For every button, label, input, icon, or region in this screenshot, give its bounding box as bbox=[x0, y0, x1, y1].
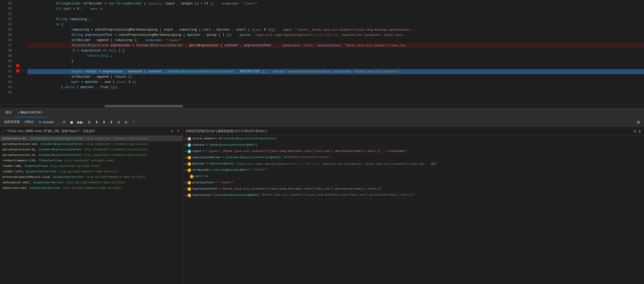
code-line-39: return null ; bbox=[27, 53, 644, 59]
expand-frames-icon[interactable]: ▼ bbox=[176, 129, 180, 133]
frame-item-1[interactable]: parseExpression:120, StandardExpressionP… bbox=[0, 141, 183, 147]
ln-35: 35 bbox=[3, 32, 12, 38]
code-line-34: remaining = checkPreprocessingMarkUnesca… bbox=[27, 27, 644, 32]
expr-previoustext[interactable]: ≡ previousText = "~{user/" bbox=[183, 180, 644, 186]
code-line-41 bbox=[27, 64, 644, 69]
ln-33: 33 bbox=[3, 22, 12, 27]
horizontal-scrollbar[interactable] bbox=[0, 105, 644, 108]
expand-expressiontext-icon[interactable] bbox=[185, 187, 186, 190]
code-content: StringBuilder strBuilder = new StringBui… bbox=[27, 0, 644, 104]
ln-41: 41 bbox=[3, 64, 12, 69]
add-watch-down-btn[interactable]: ⬇ bbox=[638, 129, 641, 133]
ln-34: 34 bbox=[3, 27, 12, 32]
debug-tab-bar: 调试 ⚙ Application × bbox=[0, 108, 644, 117]
threads-vars-btn[interactable]: 线程和变量 bbox=[3, 119, 21, 125]
expr-strbuilder[interactable]: ≡ strBuilder = {StringBuilder@8047} "~{u… bbox=[183, 167, 644, 173]
breakpoint-42[interactable] bbox=[16, 69, 20, 73]
ln-45: 45 bbox=[3, 85, 12, 90]
expr-curr[interactable]: ≡ curr = 0 bbox=[183, 173, 644, 180]
ln-40: 40 bbox=[3, 59, 12, 64]
frames-panel: ✓ "http-nio-8080-exec-6"@5,150 在组"main":… bbox=[0, 127, 183, 284]
frame-item-6[interactable]: render:1373, DispatcherServlet (org.spri… bbox=[0, 169, 183, 174]
frame-item-0[interactable]: preprocess:91, StandardExpressionPreproc… bbox=[0, 136, 183, 141]
static-icon: S bbox=[187, 137, 191, 141]
expand-previoustext-icon[interactable] bbox=[185, 181, 186, 184]
actuator-label: Actuator bbox=[43, 120, 54, 124]
stop-btn[interactable]: ◼ bbox=[69, 119, 75, 125]
code-line-30: int curr = 0 ; curr: 0 bbox=[27, 6, 644, 12]
frame-item-9[interactable]: doService:943, DispatcherServlet (org.sp… bbox=[0, 185, 183, 191]
filter-icon[interactable]: ⊞ bbox=[170, 129, 174, 133]
expand-expression-icon[interactable] bbox=[185, 193, 186, 197]
expand-expressionparser-icon[interactable] bbox=[185, 156, 186, 159]
frame-item-7[interactable]: processDispatchResult:1118, DispatcherSe… bbox=[0, 174, 183, 180]
threads-vars-label: 线程和变量 bbox=[4, 120, 20, 124]
ln-36: 36 bbox=[3, 38, 12, 43]
mute-btn[interactable]: ⊘ bbox=[116, 119, 122, 125]
debug-tab-label: 调试 bbox=[5, 110, 12, 115]
expr-input[interactable]: C input = "~{user/__${new java.util.Scan… bbox=[183, 148, 644, 155]
application-tab[interactable]: ⚙ Application × bbox=[15, 108, 48, 117]
frame-item-5[interactable]: render:189, ThymeleafView (org.thymeleaf… bbox=[0, 163, 183, 169]
expressions-header: 对表达式求值(Enter)或添加监视(Ctrl+Shift+Enter) ⬆ ⬇ bbox=[183, 127, 644, 136]
console-label: 控制台 bbox=[25, 120, 34, 124]
frame-item-4[interactable]: renderFragment:278, ThymeleafView (org.t… bbox=[0, 158, 183, 163]
debug-tab[interactable]: 调试 bbox=[2, 108, 15, 117]
code-line-33: do { bbox=[27, 22, 644, 27]
tab-close-btn[interactable]: × bbox=[43, 111, 44, 114]
debug-main-content: ✓ "http-nio-8080-exec-6"@5,150 在组"main":… bbox=[0, 127, 644, 284]
expression-icon: ≡ bbox=[187, 194, 191, 197]
line-numbers: 29 30 31 32 33 34 35 36 37 38 39 40 41 4… bbox=[0, 0, 14, 104]
ln-44: 44 bbox=[3, 79, 12, 85]
code-line-42: Object result = expression . execute ( c… bbox=[27, 69, 644, 74]
strbuilder-icon: ≡ bbox=[187, 168, 191, 172]
code-line-40: } bbox=[27, 59, 644, 64]
expr-context[interactable]: C context = {WebExpressionContext@8027} bbox=[183, 142, 644, 148]
expand-matcher-icon[interactable] bbox=[185, 162, 186, 165]
expr-expression[interactable]: ≡ expression = {VariableExpression@8062}… bbox=[183, 192, 644, 198]
code-line-35: String expressionText = checkPreprocessi… bbox=[27, 32, 644, 38]
frame-item-2[interactable]: parseExpression:62, StandardExpressionPa… bbox=[0, 147, 183, 152]
ln-43: 43 bbox=[3, 74, 12, 79]
step-out-btn[interactable]: ⬆ bbox=[109, 119, 114, 125]
context-icon: C bbox=[187, 143, 191, 147]
application-tab-label: Application bbox=[21, 111, 41, 114]
code-line-32: String remaining ; bbox=[27, 17, 644, 22]
expand-context-icon[interactable] bbox=[185, 143, 186, 146]
expr-static[interactable]: S static members of StandardExpressionPr… bbox=[183, 136, 644, 142]
code-line-45: } while ( matcher . find ()); bbox=[27, 85, 644, 90]
debugger-panel: 调试 ⚙ Application × 线程和变量 控制台 ⚙ Actuator … bbox=[0, 108, 644, 284]
expr-expressionparser[interactable]: ≡ expressionParser = {StandardExpression… bbox=[183, 155, 644, 161]
actuator-btn[interactable]: ⚙ Actuator bbox=[37, 120, 56, 125]
add-watch-up-btn[interactable]: ⬆ bbox=[634, 129, 637, 133]
expand-input-icon[interactable] bbox=[185, 149, 186, 153]
toolbar-separator-1 bbox=[59, 120, 59, 125]
step-into-btn[interactable]: ⬇ bbox=[101, 119, 107, 125]
expr-header-actions: ⬆ ⬇ bbox=[634, 129, 641, 133]
code-line-31 bbox=[27, 12, 644, 17]
scrollbar-thumb[interactable] bbox=[105, 105, 183, 107]
expand-static-icon[interactable] bbox=[185, 137, 186, 140]
code-line-44: curr = matcher . end ( group: 0 ); bbox=[27, 79, 644, 85]
expr-header-text: 对表达式求值(Enter)或添加监视(Ctrl+Shift+Enter) bbox=[186, 129, 267, 133]
frame-item-3[interactable]: parseExpression:44, StandardExpressionPa… bbox=[0, 152, 183, 158]
ln-29: 29 bbox=[3, 1, 12, 6]
frame-item-8[interactable]: doDispatch:1057, DispatcherServlet (org.… bbox=[0, 180, 183, 185]
breakpoint-37[interactable] bbox=[16, 64, 20, 67]
reload-btn[interactable]: ⟳ bbox=[61, 119, 67, 125]
gutter-area: → bbox=[14, 0, 27, 104]
resume-btn[interactable]: ▶▶ bbox=[76, 119, 84, 125]
pause-btn[interactable]: ⏸ bbox=[86, 119, 92, 125]
matcher-icon: ≡ bbox=[187, 162, 191, 166]
expand-panel-btn[interactable]: ⊞ bbox=[636, 119, 641, 125]
step-over-btn[interactable]: ⬇ bbox=[94, 119, 100, 125]
ln-31: 31 bbox=[3, 12, 12, 17]
expand-strbuilder-icon[interactable] bbox=[185, 168, 186, 172]
more-btn[interactable]: ⋮ bbox=[130, 119, 137, 125]
expr-expressiontext[interactable]: ≡ expressionText = "${new java.util.Scan… bbox=[183, 186, 644, 192]
expr-matcher[interactable]: ≡ matcher = {Matcher@8042} "java.util.re… bbox=[183, 161, 644, 167]
clear-btn[interactable]: ⊘ bbox=[123, 119, 129, 125]
ln-38: 38 bbox=[3, 48, 12, 53]
console-btn[interactable]: 控制台 bbox=[23, 119, 36, 125]
status-check-icon: ✓ bbox=[3, 129, 4, 133]
